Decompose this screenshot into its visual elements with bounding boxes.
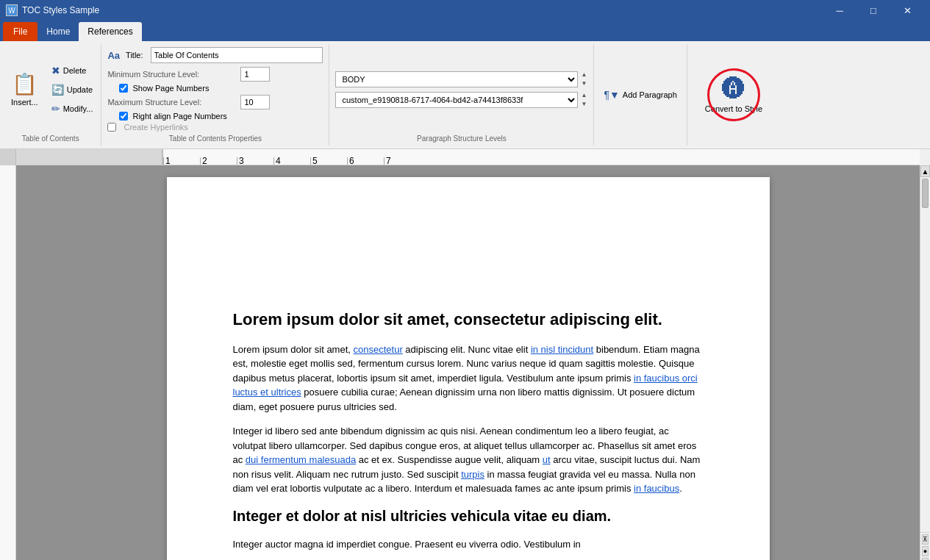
para-structure-label: Paragraph Structure Levels <box>335 132 587 143</box>
modify-button[interactable]: ✏ Modify... <box>48 101 97 117</box>
level-arrows[interactable]: ▲ ▼ <box>581 71 588 88</box>
ribbon: 📋 Insert... ✖ Delete 🔄 Update ✏ Modify..… <box>0 41 930 149</box>
toc-props-group-label: Table of Contents Properties <box>107 132 323 143</box>
link-turpis[interactable]: turpis <box>461 469 484 480</box>
scroll-thumb[interactable] <box>922 179 929 208</box>
link-nisl[interactable]: in nisl tincidunt <box>531 344 593 355</box>
scroll-up-button[interactable]: ▲ <box>920 165 930 177</box>
left-ruler <box>0 165 16 560</box>
down-arrow[interactable]: ▼ <box>581 79 588 88</box>
ruler-1: 1 <box>163 157 200 165</box>
delete-icon: ✖ <box>51 65 60 76</box>
title-label: Title: <box>126 51 143 60</box>
create-hyperlinks-label: Create Hyperlinks <box>124 123 187 132</box>
convert-style-label: Convert to Style <box>705 104 762 114</box>
ruler-2: 2 <box>200 157 237 165</box>
custom-style-select[interactable]: custom_e9190818-6717-4064-bd42-a74413f86… <box>335 92 577 108</box>
close-button[interactable]: ✕ <box>890 0 924 21</box>
max-level-label: Maximum Structure Level: <box>107 98 236 107</box>
insert-icon: 📋 <box>12 72 37 96</box>
ruler-area: 1 2 3 4 5 6 7 <box>0 149 930 165</box>
ruler-marks: 1 2 3 4 5 6 7 <box>163 149 421 165</box>
max-level-input[interactable] <box>240 95 270 110</box>
min-level-label: Minimum Structure Level: <box>107 70 236 79</box>
paragraph-1: Lorem ipsum dolor sit amet, consectetur … <box>233 342 704 414</box>
up-arrow[interactable]: ▲ <box>581 71 588 79</box>
style-up-arrow[interactable]: ▲ <box>581 91 588 100</box>
app-title: TOC Styles Sample <box>22 5 99 15</box>
style-scroll-arrows: ▲ ▼ <box>581 91 588 109</box>
link-faucibus2[interactable]: in faucibus <box>634 483 679 494</box>
paragraph-2: Integer id libero sed ante bibendum dign… <box>233 424 704 496</box>
add-para-icon: ¶▼ <box>604 89 619 101</box>
create-hyperlinks-checkbox[interactable] <box>107 123 116 132</box>
ruler: 1 2 3 4 5 6 7 <box>16 149 920 165</box>
ruler-4: 4 <box>273 157 310 165</box>
minimize-button[interactable]: ─ <box>823 0 856 21</box>
paragraph-3: Integer auctor magna id imperdiet congue… <box>233 537 704 552</box>
ruler-margin-left <box>16 149 163 165</box>
toc-group: 📋 Insert... ✖ Delete 🔄 Update ✏ Modify..… <box>0 44 101 146</box>
toc-group-label: Table of Contents <box>4 132 96 143</box>
paragraph-structure-group: BODY ▲ ▼ custom_e9190818-6717-4064-bd42-… <box>329 44 594 146</box>
title-input[interactable] <box>151 47 323 63</box>
convert-to-style-button[interactable]: 🅐 Convert to Style <box>699 71 768 118</box>
title-bar: W TOC Styles Sample ─ □ ✕ <box>0 0 930 21</box>
ruler-5: 5 <box>310 157 347 165</box>
heading-1: Lorem ipsum dolor sit amet, consectetur … <box>233 309 704 331</box>
modify-icon: ✏ <box>51 103 60 115</box>
ruler-3: 3 <box>237 157 273 165</box>
tab-file[interactable]: File <box>3 22 37 41</box>
toc-properties-group: Aa Title: Minimum Structure Level: Show … <box>101 44 329 146</box>
right-align-checkbox[interactable] <box>119 112 128 121</box>
show-page-numbers-label: Show Page Numbers <box>132 84 209 93</box>
page-top-space <box>233 221 704 309</box>
link-consectetur[interactable]: consectetur <box>354 344 403 355</box>
ruler-right-spacer <box>920 149 930 165</box>
app-icon: W <box>6 4 18 16</box>
body-style-select[interactable]: BODY <box>335 71 577 87</box>
tab-home[interactable]: Home <box>37 22 79 41</box>
ruler-corner <box>0 149 16 165</box>
update-button[interactable]: 🔄 Update <box>48 82 97 98</box>
heading-2: Integer et dolor at nisl ultricies vehic… <box>233 506 704 525</box>
prev-page-button[interactable]: ⊼ <box>922 534 929 545</box>
document-area: Lorem ipsum dolor sit amet, consectetur … <box>0 165 930 560</box>
right-align-label: Right align Page Numbers <box>132 112 226 121</box>
link-ut[interactable]: ut <box>543 454 551 465</box>
add-paragraph-button[interactable]: ¶▼ Add Paragraph <box>600 87 680 103</box>
ruler-7: 7 <box>384 157 421 165</box>
ruler-6: 6 <box>347 157 384 165</box>
style-down-arrow[interactable]: ▼ <box>581 100 588 109</box>
right-scrollbar[interactable]: ▲ ⊼ ● ⊻ ▼ <box>920 165 930 560</box>
insert-button[interactable]: 📋 Insert... <box>4 68 45 110</box>
show-page-numbers-checkbox[interactable] <box>119 84 128 93</box>
ribbon-tabs: File Home References <box>0 21 930 41</box>
delete-button[interactable]: ✖ Delete <box>48 62 97 79</box>
convert-style-group: 🅐 Convert to Style <box>687 44 780 146</box>
min-level-input[interactable] <box>240 67 270 82</box>
select-browse-button[interactable]: ● <box>922 546 929 556</box>
convert-icon: 🅐 <box>722 76 745 103</box>
update-icon: 🔄 <box>51 84 64 96</box>
scroll-track[interactable] <box>920 177 930 532</box>
tab-references[interactable]: References <box>79 22 141 41</box>
document-page: Lorem ipsum dolor sit amet, consectetur … <box>167 177 770 560</box>
maximize-button[interactable]: □ <box>856 0 890 21</box>
add-paragraph-group: ¶▼ Add Paragraph <box>594 44 687 146</box>
aa-icon: Aa <box>107 50 120 61</box>
link-dui[interactable]: dui fermentum malesuada <box>246 454 356 465</box>
document-scroll[interactable]: Lorem ipsum dolor sit amet, consectetur … <box>16 165 920 560</box>
